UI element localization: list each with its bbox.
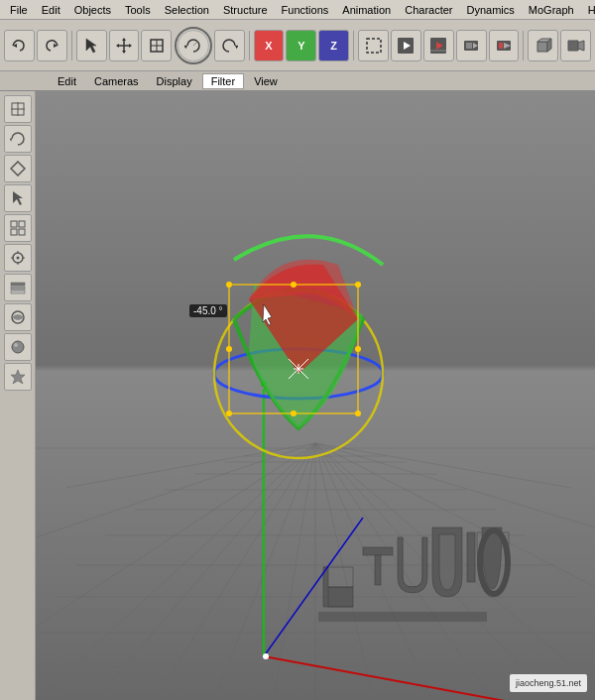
svg-rect-50: [11, 291, 25, 293]
left-rotate-btn[interactable]: [4, 125, 32, 153]
svg-point-52: [12, 341, 24, 353]
move-button[interactable]: [109, 30, 140, 61]
left-toolbar: [0, 91, 36, 700]
viewport-filter[interactable]: Filter: [202, 73, 244, 89]
anim-button2[interactable]: [489, 30, 520, 61]
redo-button[interactable]: [37, 30, 67, 61]
render-settings-button[interactable]: [423, 30, 454, 61]
viewport[interactable]: -45.0 ° jiaocheng.51.net: [36, 91, 595, 700]
svg-marker-54: [11, 370, 25, 384]
svg-marker-29: [547, 39, 551, 52]
svg-marker-37: [13, 191, 23, 205]
svg-marker-6: [122, 51, 126, 54]
svg-rect-49: [11, 287, 25, 290]
separator-1: [71, 31, 72, 60]
menu-tools[interactable]: Tools: [119, 3, 157, 17]
x-axis-button[interactable]: X: [254, 30, 285, 61]
left-move-btn[interactable]: [4, 95, 32, 123]
svg-marker-30: [568, 41, 578, 51]
left-snap-btn[interactable]: [4, 244, 32, 272]
menu-file[interactable]: File: [4, 3, 34, 17]
scene-svg: [36, 91, 595, 700]
svg-rect-39: [19, 221, 25, 227]
svg-point-105: [226, 346, 232, 352]
menu-mograph[interactable]: MoGraph: [523, 3, 580, 17]
viewport-edit[interactable]: Edit: [50, 74, 84, 88]
viewport-cameras[interactable]: Cameras: [86, 74, 147, 88]
svg-rect-89: [318, 612, 487, 622]
menu-objects[interactable]: Objects: [68, 3, 117, 17]
main-toolbar: X Y Z: [0, 20, 595, 71]
menu-selection[interactable]: Selection: [159, 3, 215, 17]
svg-rect-38: [11, 221, 17, 227]
svg-marker-36: [11, 162, 25, 175]
left-grid-btn[interactable]: [4, 214, 32, 242]
main-area: -45.0 ° jiaocheng.51.net: [0, 91, 595, 700]
undo-button[interactable]: [4, 30, 35, 61]
svg-rect-87: [467, 532, 475, 582]
svg-marker-2: [86, 39, 96, 53]
z-axis-button[interactable]: Z: [318, 30, 349, 61]
svg-point-53: [14, 343, 18, 347]
svg-rect-48: [11, 283, 25, 286]
viewport-toolbar: Edit Cameras Display Filter View: [0, 71, 595, 91]
svg-point-100: [355, 282, 361, 288]
render-region-button[interactable]: [358, 30, 389, 61]
svg-marker-8: [129, 44, 132, 48]
svg-rect-40: [11, 229, 17, 235]
camera-button[interactable]: [560, 30, 591, 61]
scale-button[interactable]: [141, 30, 172, 61]
menu-edit[interactable]: Edit: [36, 3, 66, 17]
left-layer-btn[interactable]: [4, 274, 32, 301]
svg-point-102: [355, 410, 361, 416]
cube-button[interactable]: [528, 30, 558, 61]
menu-character[interactable]: Character: [399, 3, 458, 17]
svg-rect-41: [19, 229, 25, 235]
menu-hair[interactable]: Hair: [582, 3, 595, 17]
y-axis-button[interactable]: Y: [286, 30, 316, 61]
rotate2-button[interactable]: [214, 30, 245, 61]
svg-point-43: [16, 257, 19, 260]
svg-rect-85: [363, 547, 393, 555]
select-button[interactable]: [76, 30, 107, 61]
menu-dynamics[interactable]: Dynamics: [461, 3, 521, 17]
svg-marker-31: [578, 41, 584, 51]
rotate-button[interactable]: [178, 30, 209, 61]
left-scale-btn[interactable]: [4, 155, 32, 182]
svg-line-91: [264, 656, 532, 700]
separator-3: [353, 31, 354, 60]
svg-point-99: [226, 282, 232, 288]
svg-point-106: [355, 346, 361, 352]
menu-animation[interactable]: Animation: [336, 3, 397, 17]
svg-rect-86: [375, 555, 381, 585]
menu-functions[interactable]: Functions: [276, 3, 335, 17]
render-view-button[interactable]: [391, 30, 421, 61]
watermark: jiaocheng.51.net: [510, 674, 587, 692]
anim-record-button[interactable]: [456, 30, 487, 61]
svg-point-95: [263, 653, 269, 659]
separator-2: [249, 31, 250, 60]
svg-point-101: [226, 410, 232, 416]
svg-rect-15: [367, 39, 381, 53]
separator-4: [523, 31, 524, 60]
left-material-btn[interactable]: [4, 333, 32, 361]
menu-bar: File Edit Objects Tools Selection Struct…: [0, 0, 595, 20]
svg-marker-5: [122, 38, 126, 41]
svg-point-104: [291, 410, 297, 416]
svg-rect-27: [537, 42, 547, 52]
svg-rect-25: [499, 43, 503, 49]
menu-structure[interactable]: Structure: [217, 3, 274, 17]
svg-marker-7: [116, 44, 119, 48]
left-plugin-btn[interactable]: [4, 363, 32, 391]
viewport-display[interactable]: Display: [149, 74, 200, 88]
svg-rect-22: [466, 43, 472, 49]
viewport-view[interactable]: View: [246, 74, 286, 88]
left-display-btn[interactable]: [4, 303, 32, 331]
svg-point-103: [291, 282, 297, 288]
left-select-btn[interactable]: [4, 184, 32, 212]
svg-line-13: [193, 41, 198, 46]
